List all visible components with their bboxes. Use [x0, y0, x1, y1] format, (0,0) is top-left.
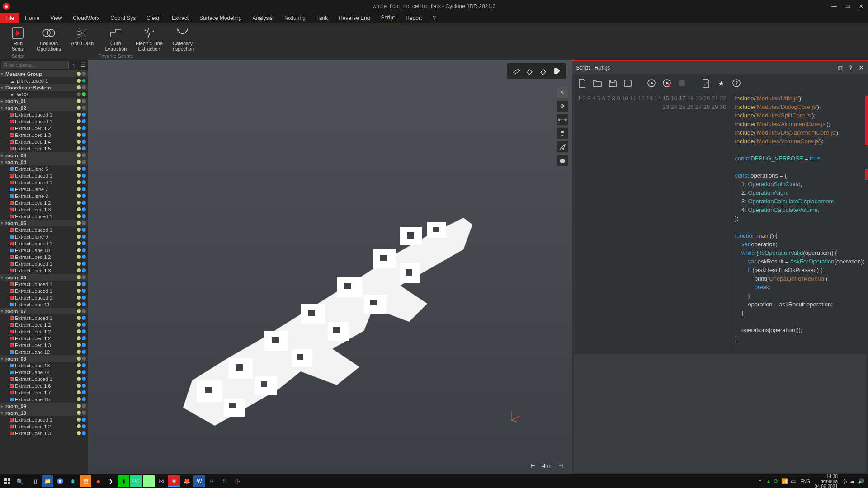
- tree-group[interactable]: ▸room_09: [0, 403, 88, 409]
- tree-item[interactable]: Extract...duced 1: [0, 179, 88, 186]
- menu-surface-modeling[interactable]: Surface Modeling: [194, 13, 247, 23]
- tray-chevron-icon[interactable]: ˄: [759, 479, 761, 484]
- favorite-icon[interactable]: ★: [716, 78, 726, 88]
- palette-icon[interactable]: [557, 155, 568, 166]
- tree-item[interactable]: Extract...lane 7: [0, 186, 88, 192]
- tree-item[interactable]: Extract...ced 1 2: [0, 199, 88, 206]
- ribbon-run-script[interactable]: RunScript: [4, 25, 33, 52]
- tag-icon[interactable]: [552, 66, 562, 76]
- tree-item[interactable]: Extract...ced 1 2: [0, 253, 88, 260]
- tree-item[interactable]: Extract...duced 1: [0, 281, 88, 287]
- help-icon[interactable]: ？: [847, 64, 854, 72]
- ribbon-anti-clash[interactable]: Anti Clash: [68, 25, 97, 52]
- maximize-button[interactable]: ▭: [841, 0, 854, 13]
- app-notepad[interactable]: N: [143, 475, 155, 487]
- taskbar-clock[interactable]: 14:38 пятница 04-06-2021: [815, 474, 838, 488]
- tree-item[interactable]: Extract...ane 11: [0, 301, 88, 308]
- app-firefox[interactable]: 🦊: [181, 475, 193, 487]
- tree-item[interactable]: Extract...ced 1 2: [0, 423, 88, 430]
- cursor-tool-icon[interactable]: ↖: [557, 87, 568, 99]
- tree-item[interactable]: Extract...ced 1 2: [0, 321, 88, 328]
- tree-group[interactable]: ▸room_01: [0, 98, 88, 104]
- tree-group[interactable]: ▾room_02: [0, 104, 88, 111]
- menu-script[interactable]: Script: [376, 13, 401, 23]
- tray-sync-icon[interactable]: ⟳: [774, 478, 778, 484]
- menu-file[interactable]: File: [0, 13, 19, 23]
- filter-icon[interactable]: ▿: [70, 61, 79, 68]
- tree-item[interactable]: Extract...ced 1 3: [0, 342, 88, 348]
- app-telegram[interactable]: ✈: [206, 475, 218, 487]
- minimize-button[interactable]: —: [827, 0, 841, 13]
- ribbon-electric-line-extraction[interactable]: Electric LineExtraction: [135, 25, 164, 52]
- app-git[interactable]: ◆: [92, 475, 104, 487]
- tree-item[interactable]: Extract...duced 1: [0, 118, 88, 125]
- measure-icon[interactable]: [511, 66, 521, 76]
- tree-group[interactable]: ▸room_03: [0, 152, 88, 159]
- menu-coord-sys[interactable]: Coord Sys: [105, 13, 141, 23]
- app-word[interactable]: W: [193, 475, 205, 487]
- tree-item[interactable]: Extract...duced 1: [0, 416, 88, 423]
- tree-item[interactable]: Extract...lane 9: [0, 233, 88, 240]
- tray-battery-icon[interactable]: ▭: [791, 478, 796, 484]
- run-icon[interactable]: [646, 78, 656, 88]
- tree-item[interactable]: Extract...lane 6: [0, 165, 88, 172]
- tray-volume-icon[interactable]: 🔊: [858, 478, 864, 484]
- tree-item[interactable]: Extract...ced 1 2: [0, 125, 88, 131]
- menu-report[interactable]: Report: [400, 13, 427, 23]
- tray-shield-icon[interactable]: ▲: [766, 478, 771, 484]
- app-explorer[interactable]: 📁: [42, 475, 53, 487]
- menu-clean[interactable]: Clean: [141, 13, 166, 23]
- send-icon[interactable]: [557, 141, 568, 153]
- clear-icon[interactable]: [701, 78, 711, 88]
- popout-icon[interactable]: ⧉: [838, 64, 843, 72]
- close-button[interactable]: ✕: [854, 0, 868, 13]
- menu-tank[interactable]: Tank: [311, 13, 333, 23]
- task-view-icon[interactable]: ▭▯: [28, 477, 37, 486]
- menu-cloudworx[interactable]: CloudWorx: [67, 13, 105, 23]
- tree-item[interactable]: ☁pik re...uced 1: [0, 77, 88, 84]
- ribbon-catenary-inspection[interactable]: CatenaryInspection: [168, 25, 197, 52]
- app-stack[interactable]: ▤: [80, 475, 91, 487]
- tree-item[interactable]: Extract...lane 8: [0, 192, 88, 199]
- tray-location-icon[interactable]: ◎: [842, 478, 847, 484]
- viewport-3d[interactable]: ↖ ✥ ⇤⇥: [88, 60, 572, 474]
- app-vs[interactable]: ⋈: [156, 475, 167, 487]
- tree-item[interactable]: Extract...ced 1 6: [0, 382, 88, 389]
- tree-item[interactable]: Extract...ced 1 3: [0, 131, 88, 138]
- person-view-icon[interactable]: [557, 127, 568, 139]
- app-bash[interactable]: ❯: [105, 475, 117, 487]
- new-file-icon[interactable]: [577, 78, 587, 88]
- debug-icon[interactable]: [662, 78, 672, 88]
- app-term[interactable]: ▮: [118, 475, 129, 487]
- save-as-icon[interactable]: [623, 78, 633, 88]
- system-tray[interactable]: ▲ ⟳ 📶 ▭: [766, 478, 796, 484]
- app-skype[interactable]: S: [219, 475, 231, 487]
- menu-?[interactable]: ?: [427, 13, 441, 23]
- tree-group[interactable]: ▾room_06: [0, 274, 88, 281]
- menu-analysis[interactable]: Analysis: [247, 13, 278, 23]
- tree-group[interactable]: ▾Coordinate System: [0, 84, 88, 91]
- tree-item[interactable]: Extract...ced 1 3: [0, 206, 88, 213]
- tree-item[interactable]: Extract...ced 1 2: [0, 335, 88, 342]
- script-help-icon[interactable]: ?: [731, 78, 741, 88]
- tree-item[interactable]: Extract...duced 1: [0, 111, 88, 118]
- tree-item[interactable]: Extract...ane 14: [0, 369, 88, 375]
- close-panel-icon[interactable]: ✕: [859, 64, 864, 72]
- menu-view[interactable]: View: [45, 13, 67, 23]
- code-editor[interactable]: 1 2 3 4 5 6 7 8 9 10 11 12 13 14 15 16 1…: [572, 92, 868, 352]
- menu-reverse-eng[interactable]: Reverse Eng: [333, 13, 375, 23]
- tray-cloud-icon[interactable]: ☁: [849, 478, 855, 484]
- tree-item[interactable]: Extract...duced 1: [0, 213, 88, 220]
- tree-item[interactable]: Extract...ced 1 3: [0, 430, 88, 436]
- tree-group[interactable]: ▾room_05: [0, 220, 88, 226]
- tree-item[interactable]: Extract...ane 12: [0, 348, 88, 355]
- tree-item[interactable]: Extract...duced 1: [0, 287, 88, 294]
- eraser2-icon[interactable]: [538, 66, 548, 76]
- tree-item[interactable]: Extract...duced 1: [0, 260, 88, 267]
- ribbon-curb-extraction[interactable]: CurbExtraction: [101, 25, 130, 52]
- object-tree[interactable]: ▾Measure Group☁pik re...uced 1▾Coordinat…: [0, 70, 88, 474]
- filter-objects-input[interactable]: [1, 61, 69, 69]
- tree-item[interactable]: Extract...duced 1: [0, 240, 88, 247]
- fit-width-icon[interactable]: ⇤⇥: [557, 114, 568, 126]
- tree-item[interactable]: Extract...duced 1: [0, 314, 88, 321]
